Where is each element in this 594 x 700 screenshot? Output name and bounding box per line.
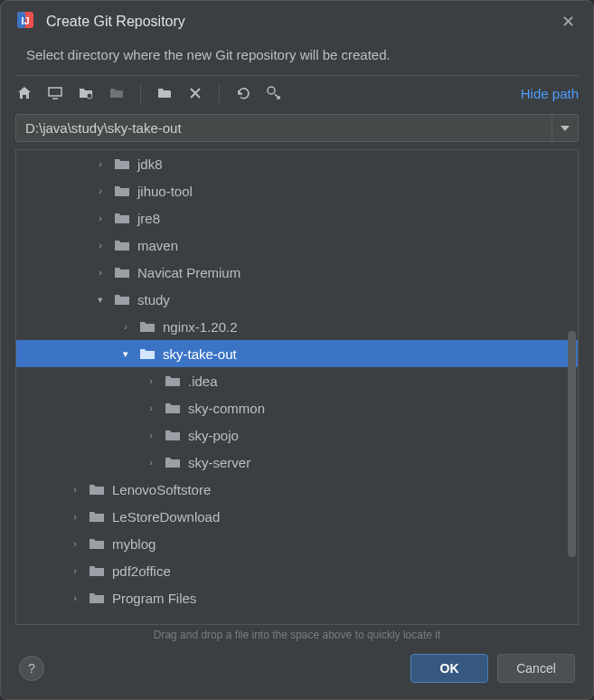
folder-icon <box>114 156 132 171</box>
folder-icon <box>114 238 132 252</box>
expand-icon[interactable]: › <box>69 484 81 495</box>
expand-icon[interactable]: › <box>94 185 107 196</box>
dialog-title: Create Git Repository <box>46 14 547 30</box>
tree-row[interactable]: ›jihuo-tool <box>16 177 578 204</box>
separator <box>140 83 141 103</box>
folder-icon <box>114 184 132 198</box>
tree-item-label: myblog <box>112 536 156 552</box>
expand-icon[interactable]: › <box>145 402 157 413</box>
path-dropdown-button[interactable] <box>552 114 579 142</box>
folder-icon <box>89 591 107 605</box>
tree-item-label: LenovoSoftstore <box>112 482 211 497</box>
tree-item-label: Navicat Premium <box>137 265 240 280</box>
delete-icon[interactable] <box>186 84 204 102</box>
folder-icon <box>89 509 107 524</box>
scrollbar[interactable] <box>568 331 576 557</box>
svg-rect-3 <box>49 88 61 96</box>
folder-icon <box>165 401 183 415</box>
separator <box>219 83 220 103</box>
folder-icon <box>114 211 132 225</box>
folder-icon <box>114 292 132 307</box>
expand-icon[interactable]: › <box>94 213 107 223</box>
expand-icon[interactable]: ▾ <box>119 348 132 360</box>
tree-row[interactable]: ›maven <box>16 232 578 259</box>
cancel-button[interactable]: Cancel <box>497 654 575 683</box>
close-icon[interactable]: ✕ <box>558 12 579 32</box>
expand-icon[interactable]: › <box>94 240 107 251</box>
tree-item-label: study <box>137 292 170 307</box>
tree-row[interactable]: ›jdk8 <box>16 150 578 177</box>
project-icon[interactable] <box>77 84 95 102</box>
tree-item-label: .idea <box>188 374 218 389</box>
expand-icon[interactable]: › <box>69 538 81 549</box>
titlebar: IJ Create Git Repository ✕ <box>1 1 593 42</box>
drag-drop-hint: Drag and drop a file into the space abov… <box>1 625 593 641</box>
folder-icon <box>89 536 107 551</box>
directory-tree[interactable]: ›jdk8›jihuo-tool›jre8›maven›Navicat Prem… <box>16 150 578 624</box>
tree-container: ›jdk8›jihuo-tool›jre8›maven›Navicat Prem… <box>15 149 579 625</box>
tree-item-label: Program Files <box>112 591 196 606</box>
expand-icon[interactable]: › <box>69 511 81 522</box>
tree-row[interactable]: ›sky-pojo <box>16 421 578 449</box>
tree-item-label: LeStoreDownload <box>112 509 220 525</box>
folder-icon <box>165 428 183 442</box>
tree-row[interactable]: ▾sky-take-out <box>16 340 578 367</box>
tree-item-label: sky-common <box>188 401 265 416</box>
tree-row[interactable]: ›jre8 <box>16 204 578 232</box>
tree-row[interactable]: ›sky-common <box>16 394 578 421</box>
tree-row[interactable]: ›LenovoSoftstore <box>16 476 578 503</box>
svg-text:+: + <box>168 85 173 94</box>
path-input[interactable] <box>15 114 552 142</box>
expand-icon[interactable]: › <box>119 321 132 332</box>
tree-item-label: sky-take-out <box>163 346 237 362</box>
module-icon[interactable] <box>108 84 126 102</box>
toolbar: + Hide path <box>1 76 593 110</box>
tree-item-label: sky-pojo <box>188 428 239 443</box>
expand-icon[interactable]: › <box>94 158 107 169</box>
folder-icon <box>165 455 183 469</box>
ok-button[interactable]: OK <box>410 654 488 683</box>
svg-point-5 <box>87 93 92 99</box>
folder-icon <box>89 482 107 497</box>
tree-row[interactable]: ›LeStoreDownload <box>16 503 578 530</box>
folder-icon <box>139 346 157 361</box>
new-folder-icon[interactable]: + <box>156 84 174 102</box>
expand-icon[interactable]: › <box>145 457 157 468</box>
tree-item-label: nginx-1.20.2 <box>163 319 238 335</box>
expand-icon[interactable]: › <box>145 430 157 440</box>
tree-row[interactable]: ›Navicat Premium <box>16 259 578 286</box>
expand-icon[interactable]: › <box>69 592 81 603</box>
tree-item-label: sky-server <box>188 455 250 470</box>
tree-row[interactable]: ▾study <box>16 286 578 313</box>
tree-item-label: jdk8 <box>137 156 163 172</box>
tree-row[interactable]: ›Program Files <box>16 584 578 611</box>
expand-icon[interactable]: › <box>69 565 81 576</box>
hide-path-link[interactable]: Hide path <box>521 86 579 101</box>
dialog: IJ Create Git Repository ✕ Select direct… <box>0 0 594 700</box>
expand-icon[interactable]: › <box>94 267 107 278</box>
svg-point-9 <box>268 87 275 94</box>
tree-item-label: maven <box>137 238 178 253</box>
svg-text:IJ: IJ <box>21 15 29 26</box>
expand-icon[interactable]: ▾ <box>94 294 107 306</box>
tree-row[interactable]: ›myblog <box>16 530 578 557</box>
folder-icon <box>114 265 132 279</box>
refresh-icon[interactable] <box>234 84 252 102</box>
folder-icon <box>139 319 157 334</box>
help-button[interactable]: ? <box>19 656 44 681</box>
home-icon[interactable] <box>15 84 33 102</box>
tree-row[interactable]: ›nginx-1.20.2 <box>16 313 578 340</box>
expand-icon[interactable]: › <box>145 375 157 386</box>
tree-row[interactable]: ›pdf2office <box>16 557 578 584</box>
folder-icon <box>89 563 107 578</box>
show-hidden-icon[interactable] <box>265 84 283 102</box>
app-icon: IJ <box>15 10 35 33</box>
folder-icon <box>165 374 183 388</box>
tree-item-label: pdf2office <box>112 563 171 579</box>
tree-item-label: jre8 <box>137 211 160 226</box>
desktop-icon[interactable] <box>46 84 64 102</box>
tree-row[interactable]: ›.idea <box>16 367 578 394</box>
dialog-subtitle: Select directory where the new Git repos… <box>1 42 593 75</box>
tree-item-label: jihuo-tool <box>137 184 193 199</box>
tree-row[interactable]: ›sky-server <box>16 449 578 476</box>
